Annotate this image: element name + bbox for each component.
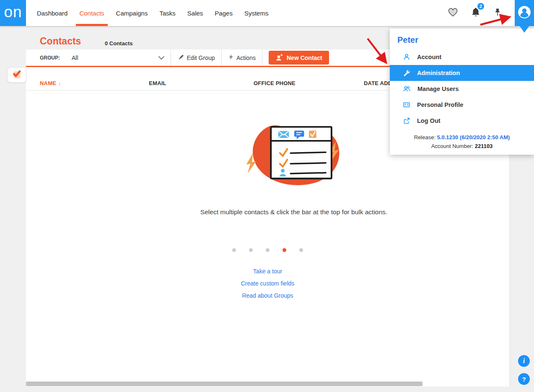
empty-state-message: Select multiple contacts & click the bar… bbox=[189, 207, 399, 217]
lightning-icon bbox=[228, 54, 234, 62]
account-number-line: Account Number: 221103 bbox=[390, 143, 534, 149]
pencil-icon bbox=[178, 54, 184, 62]
main-nav: Dashboard Contacts Campaigns Tasks Sales… bbox=[31, 0, 274, 26]
app-logo[interactable]: on bbox=[0, 0, 26, 26]
help-links: Take a tour Create custom fields Read ab… bbox=[26, 268, 509, 304]
nav-pages[interactable]: Pages bbox=[209, 0, 238, 26]
edit-group-label: Edit Group bbox=[187, 55, 215, 61]
id-card-icon bbox=[403, 101, 410, 108]
question-icon: ? bbox=[522, 376, 526, 383]
favorites-button[interactable] bbox=[448, 8, 458, 19]
account-number-value: 221103 bbox=[475, 143, 493, 149]
create-custom-fields-link[interactable]: Create custom fields bbox=[26, 280, 509, 287]
carousel-dot-1[interactable] bbox=[232, 248, 236, 252]
info-button[interactable]: i bbox=[518, 355, 530, 367]
nav-systems[interactable]: Systems bbox=[238, 0, 275, 26]
page-title: Contacts bbox=[40, 36, 81, 47]
empty-state-illustration bbox=[241, 118, 347, 195]
user-icon bbox=[403, 54, 410, 60]
nav-sales[interactable]: Sales bbox=[181, 0, 209, 26]
info-icon: i bbox=[523, 357, 525, 365]
menu-item-personal-profile[interactable]: Personal Profile bbox=[390, 97, 534, 113]
nav-campaigns[interactable]: Campaigns bbox=[110, 0, 154, 26]
carousel-dots bbox=[26, 248, 509, 252]
nav-contacts[interactable]: Contacts bbox=[73, 0, 110, 26]
account-number-label: Account Number: bbox=[431, 143, 473, 149]
menu-item-label: Administration bbox=[417, 70, 460, 76]
carousel-dot-4[interactable] bbox=[283, 248, 286, 252]
notifications-button[interactable]: 2 bbox=[471, 7, 480, 19]
bulk-select-tab[interactable] bbox=[7, 67, 26, 83]
carousel-dot-5[interactable] bbox=[299, 248, 303, 252]
users-icon bbox=[403, 86, 410, 92]
take-a-tour-link[interactable]: Take a tour bbox=[26, 268, 509, 275]
pushpin-icon bbox=[493, 8, 502, 18]
dropdown-pointer bbox=[519, 26, 529, 33]
heart-icon bbox=[448, 8, 458, 19]
logout-icon bbox=[403, 117, 410, 124]
menu-item-log-out[interactable]: Log Out bbox=[390, 113, 534, 129]
nav-tasks[interactable]: Tasks bbox=[153, 0, 181, 26]
notification-count-badge: 2 bbox=[477, 2, 485, 10]
carousel-dot-3[interactable] bbox=[266, 248, 270, 252]
group-value: All bbox=[72, 55, 78, 61]
help-button[interactable]: ? bbox=[518, 373, 530, 385]
menu-item-account[interactable]: Account bbox=[390, 49, 534, 65]
release-line: Release: 5.0.1230 (6/20/2020 2:50 AM) bbox=[390, 134, 534, 140]
carousel-dot-2[interactable] bbox=[249, 248, 253, 252]
menu-item-administration[interactable]: Administration bbox=[390, 65, 534, 81]
column-header-email[interactable]: EMAIL bbox=[137, 80, 179, 86]
group-selector[interactable]: GROUP: All bbox=[26, 49, 171, 66]
navbar-right: 2 bbox=[448, 0, 534, 26]
add-contact-icon bbox=[275, 54, 283, 62]
top-navbar: on Dashboard Contacts Campaigns Tasks Sa… bbox=[0, 0, 534, 26]
menu-item-label: Personal Profile bbox=[417, 101, 463, 108]
bulk-check-icon bbox=[11, 68, 23, 81]
column-header-name[interactable]: NAME↓ bbox=[40, 80, 61, 86]
nav-dashboard[interactable]: Dashboard bbox=[31, 0, 73, 26]
sort-desc-icon: ↓ bbox=[58, 80, 61, 86]
horizontal-scrollbar[interactable] bbox=[26, 382, 423, 386]
actions-label: Actions bbox=[236, 55, 256, 61]
chevron-down-icon bbox=[158, 55, 165, 60]
pin-button[interactable] bbox=[493, 8, 502, 18]
user-dropdown-menu: Peter Account Administration Manage User… bbox=[390, 29, 534, 155]
group-label: GROUP: bbox=[40, 55, 60, 61]
menu-item-label: Manage Users bbox=[417, 86, 459, 92]
edit-group-button[interactable]: Edit Group bbox=[171, 49, 222, 66]
column-header-office-phone[interactable]: OFFICE PHONE bbox=[245, 80, 304, 86]
menu-item-manage-users[interactable]: Manage Users bbox=[390, 81, 534, 97]
read-about-groups-link[interactable]: Read about Groups bbox=[26, 292, 509, 299]
menu-item-label: Log Out bbox=[417, 117, 441, 124]
profile-menu-button[interactable] bbox=[515, 0, 534, 26]
new-contact-label: New Contact bbox=[287, 55, 322, 61]
menu-item-label: Account bbox=[417, 54, 441, 60]
new-contact-button[interactable]: New Contact bbox=[269, 51, 329, 65]
user-name: Peter bbox=[397, 35, 534, 45]
dropdown-footer: Release: 5.0.1230 (6/20/2020 2:50 AM) Ac… bbox=[390, 134, 534, 149]
release-value-link[interactable]: 5.0.1230 (6/20/2020 2:50 AM) bbox=[437, 134, 510, 140]
release-label: Release: bbox=[414, 134, 435, 140]
wrench-icon bbox=[403, 70, 410, 76]
actions-button[interactable]: Actions bbox=[222, 49, 262, 66]
user-avatar-icon bbox=[517, 5, 531, 21]
contact-count: 0 Contacts bbox=[105, 40, 132, 47]
